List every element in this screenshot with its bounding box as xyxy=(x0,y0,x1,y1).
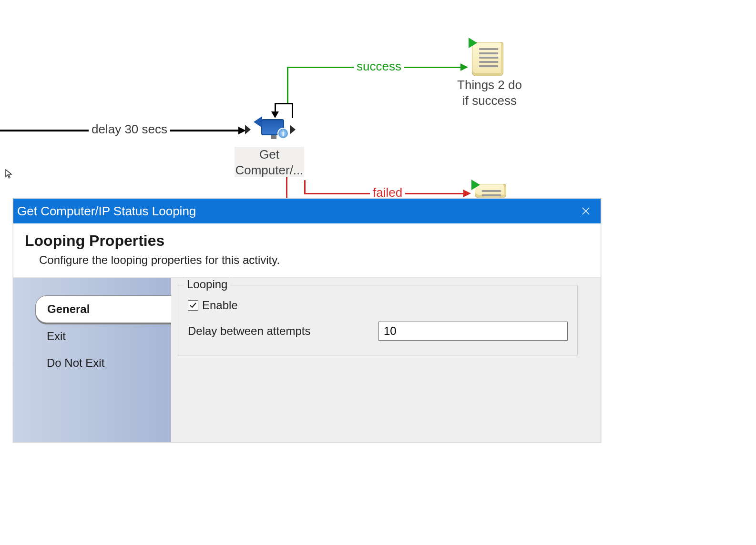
titlebar[interactable]: Get Computer/IP Status Looping xyxy=(13,199,601,223)
fieldset-legend: Looping xyxy=(184,278,230,291)
node-failed-script[interactable] xyxy=(475,184,506,198)
checkmark-icon xyxy=(189,302,197,309)
connector-failed-stub xyxy=(286,177,287,198)
dialog-heading: Looping Properties xyxy=(25,232,589,250)
loop-connector xyxy=(275,103,293,104)
arrowhead-icon xyxy=(460,63,468,71)
arrowhead-icon xyxy=(463,190,471,197)
connector-failed xyxy=(304,180,306,194)
enable-checkbox[interactable] xyxy=(188,300,198,311)
delay-label: Delay between attempts xyxy=(188,324,369,338)
close-icon xyxy=(582,207,590,215)
computer-status-icon: i xyxy=(261,119,284,135)
connector-label-delay: delay 30 secs xyxy=(89,122,170,137)
dialog-looping-properties: Get Computer/IP Status Looping Looping P… xyxy=(13,198,601,443)
node-label: Get Computer/... xyxy=(235,147,304,178)
side-nav: General Exit Do Not Exit xyxy=(13,278,171,442)
nav-tab-exit[interactable]: Exit xyxy=(35,323,171,350)
nav-tab-do-not-exit[interactable]: Do Not Exit xyxy=(35,350,171,376)
connector-label-success: success xyxy=(354,59,404,74)
node-success-script[interactable] xyxy=(472,42,503,76)
fieldset-looping: Looping Enable Delay between attempts xyxy=(178,285,578,355)
node-label: Things 2 do if success xyxy=(449,77,530,108)
dialog-subtitle: Configure the looping properties for thi… xyxy=(39,253,589,267)
workflow-canvas[interactable]: delay 30 secs Get Computer/... i success… xyxy=(0,0,756,545)
delay-input[interactable] xyxy=(378,322,568,341)
delay-row: Delay between attempts xyxy=(188,322,568,341)
dialog-header: Looping Properties Configure the looping… xyxy=(13,223,601,278)
enable-label: Enable xyxy=(202,299,238,312)
play-icon xyxy=(471,180,480,190)
close-button[interactable] xyxy=(575,200,597,222)
loop-connector xyxy=(292,103,293,118)
node-get-computer[interactable]: Get Computer/... xyxy=(235,147,304,177)
anchor-icon xyxy=(245,125,251,134)
nav-tab-general[interactable]: General xyxy=(35,295,171,323)
play-icon xyxy=(469,38,477,48)
enable-row: Enable xyxy=(188,299,568,312)
content-pane: Looping Enable Delay between attempts xyxy=(171,278,601,442)
dialog-body: General Exit Do Not Exit Looping Enable … xyxy=(13,278,601,442)
cursor-icon xyxy=(5,169,13,182)
arrowhead-icon xyxy=(271,111,279,118)
connector-success xyxy=(287,67,288,103)
anchor-icon xyxy=(290,125,296,134)
dialog-title: Get Computer/IP Status Looping xyxy=(17,204,196,219)
